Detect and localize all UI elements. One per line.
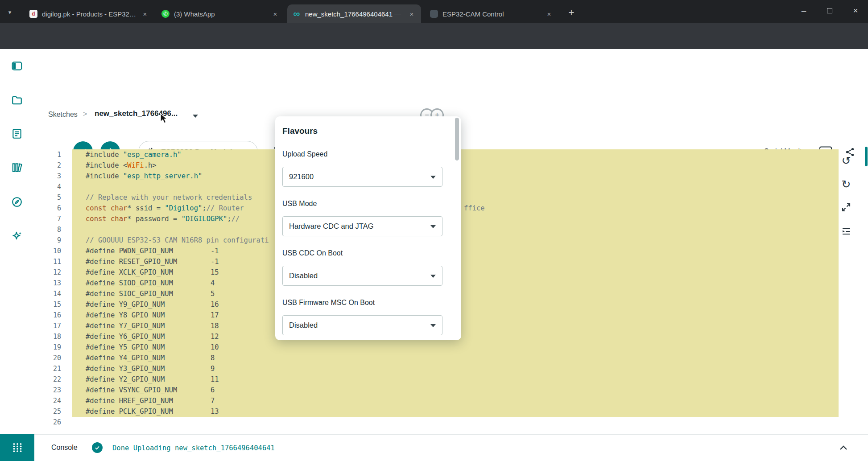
chevron-up-icon [839, 443, 848, 453]
field-usb-firmware-msc: USB Firmware MSC On Boot Disabled [282, 299, 442, 336]
code-line[interactable]: 19#define Y5_GPIO_NUM 10 [34, 342, 868, 353]
undo-button[interactable]: ↺ [839, 153, 853, 168]
line-number: 23 [34, 385, 72, 395]
window-minimize-button[interactable]: – [791, 0, 816, 21]
tab-title: (3) WhatsApp [174, 10, 267, 18]
flavours-panel: Flavours Upload Speed 921600 USB Mode Ha… [275, 116, 461, 340]
line-number: 3 [34, 171, 72, 181]
tab-title: new_sketch_1766496404641 — [305, 10, 403, 18]
select-value: 921600 [289, 173, 314, 181]
chevron-down-icon [430, 225, 436, 231]
browser-window: ▾ d digilog.pk - Products - ESP32 S3 × ✆… [0, 0, 868, 461]
field-label: Upload Speed [282, 150, 327, 158]
upload-success-icon [92, 442, 103, 453]
tab-search-button[interactable]: ▾ [4, 6, 16, 18]
browser-tab-espcam-control[interactable]: ESP32-CAM Control × [425, 4, 558, 23]
window-maximize-button[interactable] [817, 0, 842, 21]
browser-navbar: ← → ↻ app.arduino.cc/sketches/f9791459-5… [0, 23, 868, 49]
field-label: USB Mode [282, 200, 317, 208]
chevron-down-icon [430, 324, 436, 330]
notebook-icon [11, 128, 23, 140]
field-label: USB CDC On Boot [282, 249, 343, 257]
code-line[interactable]: 20#define Y4_GPIO_NUM 8 [34, 353, 868, 363]
select-value: Hardware CDC and JTAG [289, 222, 374, 230]
code-text[interactable]: #define Y3_GPIO_NUM 9 [72, 363, 839, 374]
browser-tab-digilog[interactable]: d digilog.pk - Products - ESP32 S3 × [24, 4, 154, 23]
line-number: 15 [34, 299, 72, 310]
breadcrumb-sketches[interactable]: Sketches [48, 111, 78, 119]
window-close-button[interactable]: × [843, 0, 868, 21]
line-number: 11 [34, 256, 72, 267]
line-number: 16 [34, 310, 72, 321]
line-number: 12 [34, 267, 72, 278]
browser-tab-arduino-sketch[interactable]: ∞ new_sketch_1766496404641 — × [287, 4, 421, 23]
usb-mode-select[interactable]: Hardware CDC and JTAG [282, 216, 442, 236]
sidebar-item-resources[interactable] [10, 195, 24, 209]
console-label: Console [51, 444, 78, 452]
code-line[interactable]: 26 [34, 417, 868, 428]
line-number: 9 [34, 235, 72, 246]
tab-close-icon[interactable]: × [270, 9, 280, 19]
sidebar-item-libraries[interactable] [10, 161, 24, 174]
line-number: 13 [34, 278, 72, 288]
chevron-down-icon [430, 176, 436, 181]
line-number: 5 [34, 192, 72, 203]
format-lines-icon [841, 226, 851, 237]
line-number: 21 [34, 363, 72, 374]
line-number: 24 [34, 395, 72, 406]
code-text[interactable]: #define VSYNC_GPIO_NUM 6 [72, 385, 839, 395]
line-number: 25 [34, 406, 72, 417]
browser-tab-whatsapp[interactable]: ✆ (3) WhatsApp × [156, 4, 285, 23]
console-settings-button[interactable] [0, 434, 34, 461]
chevron-down-icon: ▾ [8, 9, 12, 16]
sliders-dots-icon [12, 442, 23, 453]
sidebar-item-examples[interactable] [10, 127, 24, 140]
redo-button[interactable]: ↻ [839, 177, 853, 191]
usb-cdc-select[interactable]: Disabled [282, 266, 442, 286]
tab-close-icon[interactable]: × [407, 9, 417, 19]
code-text[interactable]: #define Y2_GPIO_NUM 11 [72, 374, 839, 385]
autoformat-button[interactable] [839, 224, 853, 239]
console-collapse-button[interactable] [838, 442, 849, 454]
code-text[interactable] [72, 417, 839, 428]
code-text[interactable]: #define HREF_GPIO_NUM 7 [72, 395, 839, 406]
expand-editor-button[interactable] [839, 200, 853, 214]
editor-scrollbar[interactable] [865, 147, 868, 166]
panel-scrollbar[interactable] [455, 118, 459, 161]
line-number: 6 [34, 203, 72, 214]
arduino-favicon-icon: ∞ [293, 10, 301, 18]
code-line[interactable]: 25#define PCLK_GPIO_NUM 13 [34, 406, 868, 417]
new-tab-button[interactable]: + [564, 5, 579, 20]
code-line[interactable]: 23#define VSYNC_GPIO_NUM 6 [34, 385, 868, 395]
sketch-name-title[interactable]: new_sketch_1766496... [95, 109, 178, 118]
compass-icon [11, 196, 23, 208]
sidebar-item-ai-assistant[interactable] [10, 229, 24, 243]
tab-close-icon[interactable]: × [140, 9, 150, 19]
sidebar-toggle-button[interactable] [10, 59, 24, 73]
maximize-icon [827, 8, 832, 13]
field-label: USB Firmware MSC On Boot [282, 299, 375, 307]
tab-close-icon[interactable]: × [544, 9, 554, 19]
code-text[interactable]: #define Y4_GPIO_NUM 8 [72, 353, 839, 363]
upload-speed-select[interactable]: 921600 [282, 167, 442, 187]
line-number: 14 [34, 288, 72, 299]
code-line[interactable]: 24#define HREF_GPIO_NUM 7 [34, 395, 868, 406]
digilog-favicon-icon: d [29, 10, 37, 18]
code-text[interactable]: #define Y5_GPIO_NUM 10 [72, 342, 839, 353]
chevron-down-icon[interactable] [193, 115, 198, 120]
books-icon [11, 162, 23, 173]
line-number: 20 [34, 353, 72, 363]
sidebar-item-sketchbook[interactable] [10, 94, 24, 107]
field-upload-speed: Upload Speed 921600 [282, 150, 442, 188]
espcam-favicon-icon [430, 10, 438, 18]
line-number: 22 [34, 374, 72, 385]
code-line[interactable]: 21#define Y3_GPIO_NUM 9 [34, 363, 868, 374]
flavours-title: Flavours [282, 126, 318, 136]
code-line[interactable]: 22#define Y2_GPIO_NUM 11 [34, 374, 868, 385]
select-value: Disabled [289, 272, 318, 280]
usb-msc-select[interactable]: Disabled [282, 315, 442, 335]
whatsapp-favicon-icon: ✆ [161, 10, 169, 18]
code-text[interactable]: #define PCLK_GPIO_NUM 13 [72, 406, 839, 417]
line-number: 4 [34, 181, 72, 192]
line-number: 7 [34, 214, 72, 224]
